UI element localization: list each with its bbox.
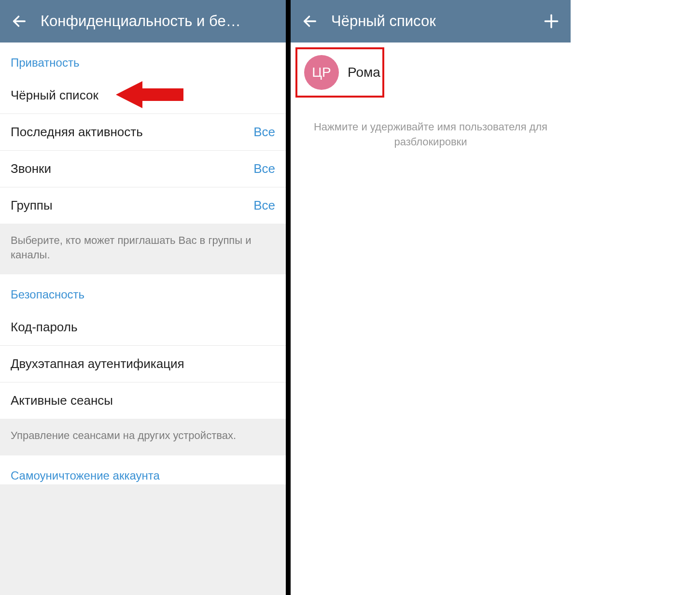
back-arrow-icon [302,13,318,29]
empty-space [571,0,700,595]
row-sessions[interactable]: Активные сеансы [0,382,286,419]
section-header-privacy: Приватность [0,42,286,77]
section-header-security: Безопасность [0,274,286,309]
settings-privacy-panel: Конфиденциальность и бе… Приватность Чёр… [0,0,286,595]
back-button-right[interactable] [298,10,322,33]
blocked-user-name: Рома [348,65,380,80]
row-sessions-label: Активные сеансы [11,393,113,408]
back-arrow-icon [11,13,28,29]
row-passcode[interactable]: Код-пароль [0,309,286,346]
row-groups-value: Все [253,198,275,213]
plus-icon [543,13,560,29]
unblock-hint: Нажмите и удерживайте имя пользователя д… [291,98,571,150]
blocked-user-row[interactable]: ЦР Рома [295,47,384,98]
section-header-selfdestruct: Самоуничтожение аккаунта [0,455,286,484]
blacklist-panel: Чёрный список ЦР Рома Нажмите и удержива… [291,0,571,595]
header-bar-right: Чёрный список [291,0,571,42]
header-bar: Конфиденциальность и бе… [0,0,286,42]
row-groups-label: Группы [11,198,53,213]
svg-marker-1 [116,81,183,108]
sessions-info-text: Управление сеансами на других устройства… [0,419,286,455]
back-button[interactable] [8,10,31,33]
groups-info-text: Выберите, кто может приглашать Вас в гру… [0,224,286,274]
red-arrow-icon [116,80,183,109]
page-title: Конфиденциальность и бе… [41,13,278,30]
row-calls[interactable]: Звонки Все [0,151,286,187]
row-calls-value: Все [253,161,275,176]
annotation-arrow [116,80,183,111]
row-passcode-label: Код-пароль [11,320,77,335]
panel-divider [286,0,291,595]
add-user-button[interactable] [540,10,563,33]
row-twostep-label: Двухэтапная аутентификация [11,356,184,371]
row-calls-label: Звонки [11,161,51,176]
blacklist-content: ЦР Рома Нажмите и удерживайте имя пользо… [291,42,571,595]
row-blacklist-label: Чёрный список [11,88,98,103]
row-lastseen-label: Последняя активность [11,125,143,140]
row-lastseen[interactable]: Последняя активность Все [0,114,286,151]
row-groups[interactable]: Группы Все [0,187,286,224]
row-twostep[interactable]: Двухэтапная аутентификация [0,346,286,382]
row-blacklist[interactable]: Чёрный список [0,77,286,114]
avatar: ЦР [304,55,339,90]
row-lastseen-value: Все [253,125,275,140]
page-title-right: Чёрный список [331,13,540,30]
